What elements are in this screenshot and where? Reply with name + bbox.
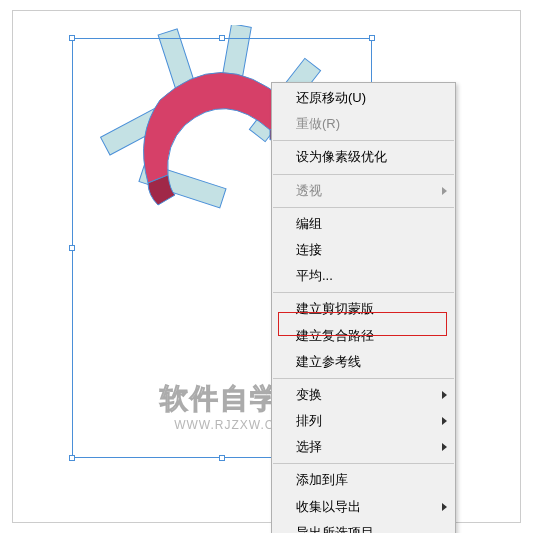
menu-select-label: 选择 <box>296 438 322 456</box>
menu-undo-move-label: 还原移动(U) <box>296 89 366 107</box>
menu-make-clipping-mask-label: 建立剪切蒙版 <box>296 300 374 318</box>
menu-separator <box>273 174 454 175</box>
menu-perspective: 透视 <box>272 178 455 204</box>
menu-arrange[interactable]: 排列 <box>272 408 455 434</box>
menu-separator <box>273 463 454 464</box>
menu-collect-export[interactable]: 收集以导出 <box>272 494 455 520</box>
menu-separator <box>273 140 454 141</box>
menu-select[interactable]: 选择 <box>272 434 455 460</box>
menu-make-compound-path[interactable]: 建立复合路径 <box>272 323 455 349</box>
menu-make-guides-label: 建立参考线 <box>296 353 361 371</box>
menu-arrange-label: 排列 <box>296 412 322 430</box>
menu-redo-label: 重做(R) <box>296 115 340 133</box>
menu-add-to-library[interactable]: 添加到库 <box>272 467 455 493</box>
menu-join-label: 连接 <box>296 241 322 259</box>
menu-average[interactable]: 平均... <box>272 263 455 289</box>
chevron-right-icon <box>442 503 447 511</box>
menu-average-label: 平均... <box>296 267 333 285</box>
handle-middle-left[interactable] <box>69 245 75 251</box>
menu-make-clipping-mask[interactable]: 建立剪切蒙版 <box>272 296 455 322</box>
menu-pixel-optimize[interactable]: 设为像素级优化 <box>272 144 455 170</box>
menu-group-label: 编组 <box>296 215 322 233</box>
menu-export-selection-label: 导出所选项目... <box>296 524 385 533</box>
menu-undo-move[interactable]: 还原移动(U) <box>272 85 455 111</box>
menu-perspective-label: 透视 <box>296 182 322 200</box>
menu-separator <box>273 207 454 208</box>
menu-pixel-optimize-label: 设为像素级优化 <box>296 148 387 166</box>
handle-bottom-left[interactable] <box>69 455 75 461</box>
handle-top-middle[interactable] <box>219 35 225 41</box>
menu-collect-export-label: 收集以导出 <box>296 498 361 516</box>
context-menu: 还原移动(U) 重做(R) 设为像素级优化 透视 编组 连接 平均... 建立剪… <box>271 82 456 533</box>
chevron-right-icon <box>442 187 447 195</box>
menu-separator <box>273 292 454 293</box>
menu-group[interactable]: 编组 <box>272 211 455 237</box>
menu-make-guides[interactable]: 建立参考线 <box>272 349 455 375</box>
menu-transform[interactable]: 变换 <box>272 382 455 408</box>
chevron-right-icon <box>442 391 447 399</box>
handle-top-right[interactable] <box>369 35 375 41</box>
menu-export-selection[interactable]: 导出所选项目... <box>272 520 455 533</box>
chevron-right-icon <box>442 417 447 425</box>
handle-top-left[interactable] <box>69 35 75 41</box>
menu-separator <box>273 378 454 379</box>
menu-transform-label: 变换 <box>296 386 322 404</box>
chevron-right-icon <box>442 443 447 451</box>
menu-join[interactable]: 连接 <box>272 237 455 263</box>
menu-make-compound-path-label: 建立复合路径 <box>296 327 374 345</box>
handle-bottom-middle[interactable] <box>219 455 225 461</box>
menu-redo: 重做(R) <box>272 111 455 137</box>
menu-add-to-library-label: 添加到库 <box>296 471 348 489</box>
